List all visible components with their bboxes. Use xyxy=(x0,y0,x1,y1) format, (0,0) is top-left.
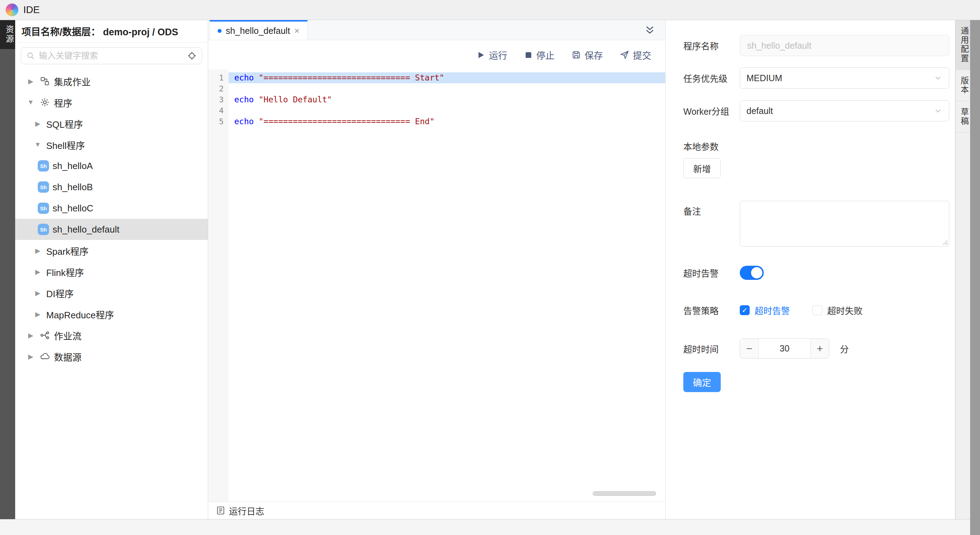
tree-item[interactable]: SQL程序 xyxy=(15,113,208,134)
shell-badge-icon: Sh xyxy=(38,224,49,235)
tree-item[interactable]: Sh sh_helloC xyxy=(15,197,208,219)
tree-item[interactable]: 作业流 xyxy=(15,325,208,346)
priority-value: MEDIUM xyxy=(746,73,782,83)
tab-drafts[interactable]: 草稿 xyxy=(956,101,970,133)
caret-right-icon[interactable] xyxy=(33,289,43,297)
tree-item[interactable]: 程序 xyxy=(15,92,208,113)
tree-item[interactable]: 集成作业 xyxy=(15,70,208,92)
stepper-plus-button[interactable]: + xyxy=(810,339,829,358)
shell-badge-icon: Sh xyxy=(38,182,49,193)
horizontal-scrollbar[interactable] xyxy=(593,491,656,496)
main-body: 资源 项目名称/数据层： demo-proj / ODS 集成作业 xyxy=(0,20,980,519)
app-header: IDE xyxy=(0,0,980,20)
tree-item[interactable]: Sh sh_helloA xyxy=(15,155,208,177)
caret-right-icon[interactable] xyxy=(33,247,43,255)
tree-item[interactable]: MapReduce程序 xyxy=(15,304,208,325)
caret-right-icon[interactable] xyxy=(33,310,43,318)
chevron-down-icon xyxy=(934,106,943,115)
code-editor[interactable]: 1 echo "============================== S… xyxy=(208,70,665,502)
line-number: 2 xyxy=(208,83,229,94)
code-text-selected: echo "============================== Sta… xyxy=(229,72,665,83)
tab-versions[interactable]: 版本 xyxy=(956,70,970,101)
save-icon xyxy=(571,50,581,60)
right-rail: 通用配置 版本 草稿 xyxy=(955,20,970,519)
timeout-stepper: − 30 + xyxy=(740,338,829,358)
line-number: 3 xyxy=(208,94,229,105)
run-log-bar[interactable]: 运行日志 xyxy=(208,502,665,519)
resize-handle-icon[interactable] xyxy=(942,239,948,245)
stop-icon xyxy=(524,51,533,59)
timeout-value[interactable]: 30 xyxy=(759,339,810,358)
confirm-button[interactable]: 确定 xyxy=(683,372,721,392)
timeout-alarm-label: 超时告警 xyxy=(683,266,740,279)
tree-item[interactable]: 数据源 xyxy=(15,346,208,367)
page-scrollbar[interactable] xyxy=(970,20,980,535)
close-icon[interactable]: × xyxy=(294,26,299,35)
code-text: echo "============================== End… xyxy=(229,116,665,127)
tab-general-config[interactable]: 通用配置 xyxy=(956,20,970,70)
caret-right-icon[interactable] xyxy=(33,268,43,276)
timeout-alarm-toggle[interactable] xyxy=(740,266,764,280)
sidebar: 项目名称/数据层： demo-proj / ODS 集成作业 程序 xyxy=(15,20,208,519)
tree-item-label: 集成作业 xyxy=(54,75,91,88)
double-chevron-down-icon[interactable] xyxy=(644,24,655,36)
alarm-strategy-label: 告警策略 xyxy=(683,304,740,317)
checkbox-unchecked-icon[interactable] xyxy=(813,305,822,315)
tree-item[interactable]: DI程序 xyxy=(15,282,208,304)
gear-icon xyxy=(39,97,51,108)
stop-button[interactable]: 停止 xyxy=(524,48,555,61)
editor-tab-label: sh_hello_default xyxy=(226,26,290,36)
line-number: 1 xyxy=(208,72,229,83)
caret-right-icon[interactable] xyxy=(33,119,43,128)
save-label: 保存 xyxy=(585,48,603,61)
caret-down-icon[interactable] xyxy=(26,99,36,106)
add-param-button[interactable]: 新增 xyxy=(683,158,721,178)
caret-right-icon[interactable] xyxy=(26,331,36,339)
code-line: 3 echo "Hello Default" xyxy=(208,94,665,105)
checkbox-checked-icon[interactable] xyxy=(740,305,749,315)
integration-icon xyxy=(39,75,51,87)
tree-item[interactable]: Flink程序 xyxy=(15,261,208,282)
locate-icon[interactable] xyxy=(187,51,197,61)
worker-group-select[interactable]: default xyxy=(740,100,949,121)
strategy-timeout-fail[interactable]: 超时失败 xyxy=(813,304,862,317)
tree-item[interactable]: Shell程序 xyxy=(15,134,208,155)
caret-right-icon[interactable] xyxy=(26,353,36,361)
strategy-timeout-alarm[interactable]: 超时告警 xyxy=(740,304,790,317)
resource-tree: 集成作业 程序 SQL程序 Shell程序 Sh sh_helloA xyxy=(15,68,208,519)
remark-textarea[interactable] xyxy=(740,201,949,247)
tree-item-selected[interactable]: Sh sh_hello_default xyxy=(15,219,208,240)
tree-item[interactable]: Sh sh_helloB xyxy=(15,177,208,197)
search-input[interactable] xyxy=(39,51,183,61)
save-button[interactable]: 保存 xyxy=(571,48,603,61)
priority-select[interactable]: MEDIUM xyxy=(740,67,949,89)
tree-item-label: MapReduce程序 xyxy=(46,308,114,321)
submit-button[interactable]: 提交 xyxy=(620,48,651,61)
resources-rail-tab[interactable]: 资源 xyxy=(0,20,15,49)
tree-item[interactable]: Spark程序 xyxy=(15,240,208,261)
editor-tab[interactable]: sh_hello_default × xyxy=(210,20,308,40)
tree-item-label: Shell程序 xyxy=(46,139,85,151)
tree-item-label: Spark程序 xyxy=(46,244,89,257)
code-text: echo "Hello Default" xyxy=(229,94,665,105)
editor-toolbar: 运行 停止 保存 提交 xyxy=(208,40,665,70)
ide-page: IDE 资源 项目名称/数据层： demo-proj / ODS 集成作业 xyxy=(0,0,980,535)
search-box[interactable] xyxy=(21,47,202,64)
shell-badge-icon: Sh xyxy=(38,160,49,172)
name-input[interactable] xyxy=(740,35,949,56)
stepper-minus-button[interactable]: − xyxy=(740,339,759,358)
caret-right-icon[interactable] xyxy=(26,77,36,85)
tree-item-label: 程序 xyxy=(54,96,72,109)
editor-column: sh_hello_default × 运行 停止 保存 xyxy=(208,20,666,519)
run-label: 运行 xyxy=(489,48,507,61)
code-text xyxy=(229,83,665,94)
tree-item-label: sh_helloB xyxy=(52,182,93,193)
chevron-down-icon xyxy=(934,73,943,83)
submit-label: 提交 xyxy=(633,48,651,61)
strategy-option-label: 超时失败 xyxy=(827,304,862,317)
caret-down-icon[interactable] xyxy=(33,141,43,148)
tree-item-label: sh_hello_default xyxy=(52,224,119,235)
local-params-label: 本地参数 xyxy=(683,140,955,153)
run-button[interactable]: 运行 xyxy=(476,48,507,61)
workflow-icon xyxy=(39,330,51,341)
